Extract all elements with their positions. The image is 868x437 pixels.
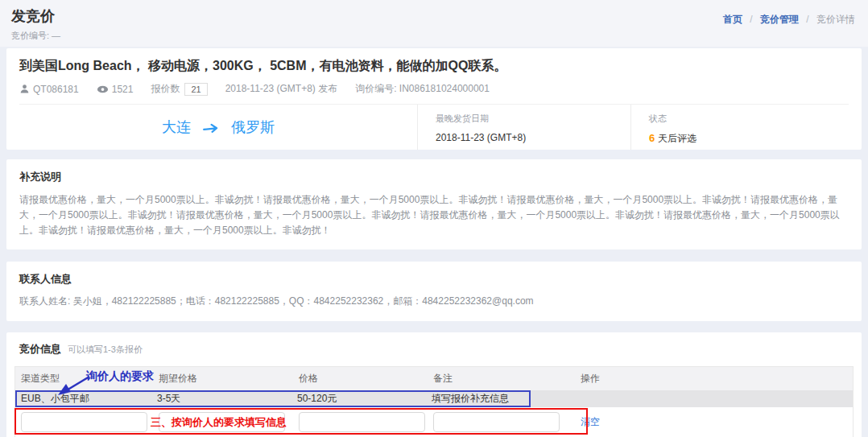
publish-date: 2018-11-23 (GMT+8) 发布 <box>225 82 338 96</box>
column-header-note: 备注 <box>428 372 575 385</box>
page-header: 发竞价 竞价编号: — 首页 / 竞价管理 / 竞价详情 <box>0 0 868 47</box>
bid-number-subtitle: 竞价编号: — <box>11 30 857 42</box>
bidding-heading: 竞价信息 <box>19 342 61 357</box>
inquiry-meta-row: QT086181 1521 报价数 21 2018-11-23 (GMT+8) … <box>19 82 849 96</box>
inquiry-view-count: 1521 <box>112 84 134 95</box>
status-cell: 状态 6天后评选 <box>630 105 849 150</box>
inquiry-user: QT086181 <box>19 84 79 95</box>
inquiry-title: 到美国Long Beach， 移动电源，300KG， 5CBM，有电池资料，能做… <box>19 58 849 75</box>
breadcrumb: 首页 / 竞价管理 / 竞价详情 <box>723 13 855 27</box>
inquiry-views: 1521 <box>97 84 134 95</box>
annotation-requirement-label: 询价人的要求 <box>86 369 154 384</box>
bidding-table: 询价人的要求 渠道类型 期望价格 价格 备注 操作 EUB、小包平邮 3-5天 … <box>14 366 854 437</box>
bidding-hint: 可以填写1-3条报价 <box>68 344 143 356</box>
eye-icon <box>97 85 109 94</box>
bidding-card: 竞价信息 可以填写1-3条报价 询价人的要求 渠道类型 期望价格 价格 备注 操… <box>6 332 862 437</box>
contact-heading: 联系人信息 <box>19 272 849 287</box>
route-row: 大连 俄罗斯 最晚发货日期 2018-11-23 (GMT+8) 状态 6天后评… <box>19 104 849 150</box>
ship-date-cell: 最晚发货日期 2018-11-23 (GMT+8) <box>417 105 630 150</box>
destination-country: 俄罗斯 <box>231 117 275 137</box>
status-label: 状态 <box>649 113 849 125</box>
bid-detail-page: 发竞价 竞价编号: — 首页 / 竞价管理 / 竞价详情 到美国Long Bea… <box>0 0 868 437</box>
requirement-highlight-box: EUB、小包平邮 3-5天 50-120元 填写报价补充信息 <box>15 390 531 407</box>
breadcrumb-bid-management[interactable]: 竞价管理 <box>760 14 799 25</box>
column-header-expected-price: 期望价格 <box>153 372 293 385</box>
inquiry-number: 询价编号: IN086181024000001 <box>355 82 490 96</box>
contact-text: 联系人姓名: 吴小姐，482122225885；电话：482122225885，… <box>19 294 849 309</box>
quote-count-group: 报价数 21 <box>151 82 207 96</box>
inquiry-summary-card: 到美国Long Beach， 移动电源，300KG， 5CBM，有电池资料，能做… <box>6 48 862 150</box>
requirement-expected-price: 3-5天 <box>153 392 293 406</box>
breadcrumb-separator: / <box>750 14 752 25</box>
annotation-arrow-icon <box>54 373 91 398</box>
price-input[interactable] <box>299 412 425 432</box>
supplement-heading: 补充说明 <box>19 170 849 184</box>
breadcrumb-separator: / <box>806 14 808 25</box>
contact-card: 联系人信息 联系人姓名: 吴小姐，482122225885；电话：4821222… <box>6 262 862 321</box>
status-value: 6天后评选 <box>649 132 849 146</box>
bidding-heading-row: 竞价信息 可以填写1-3条报价 <box>19 342 849 357</box>
requirement-row: EUB、小包平邮 3-5天 50-120元 填写报价补充信息 <box>15 390 853 407</box>
supplement-text: 请报最优惠价格，量大，一个月5000票以上。非诚勿扰！请报最优惠价格，量大，一个… <box>19 192 849 238</box>
status-days-number: 6 <box>649 132 655 144</box>
requirement-note: 填写报价补充信息 <box>428 392 529 406</box>
route-arrow-icon <box>201 120 220 134</box>
column-header-price: 价格 <box>293 372 428 385</box>
ship-date-label: 最晚发货日期 <box>436 113 630 125</box>
user-icon <box>19 84 30 94</box>
clear-row-link[interactable]: 清空 <box>575 416 600 427</box>
ship-date-value: 2018-11-23 (GMT+8) <box>436 132 630 143</box>
breadcrumb-current: 竞价详情 <box>816 14 855 25</box>
note-input[interactable] <box>433 412 560 432</box>
origin-city: 大连 <box>162 117 191 137</box>
inquiry-user-id: QT086181 <box>33 84 79 95</box>
annotation-fill-instruction: 三、按询价人的要求填写信息 <box>151 415 287 430</box>
column-header-action: 操作 <box>575 372 853 385</box>
channel-type-input[interactable] <box>21 412 147 432</box>
supplement-card: 补充说明 请报最优惠价格，量大，一个月5000票以上。非诚勿扰！请报最优惠价格，… <box>6 159 862 249</box>
requirement-price: 50-120元 <box>293 392 428 406</box>
quote-count-badge: 21 <box>184 83 207 96</box>
quote-input-row: 清空 三、按询价人的要求填写信息 <box>15 407 853 437</box>
breadcrumb-home[interactable]: 首页 <box>723 14 742 25</box>
quote-count-label: 报价数 <box>151 82 180 96</box>
route: 大连 俄罗斯 <box>19 105 417 150</box>
status-days-text: 天后评选 <box>658 133 696 144</box>
